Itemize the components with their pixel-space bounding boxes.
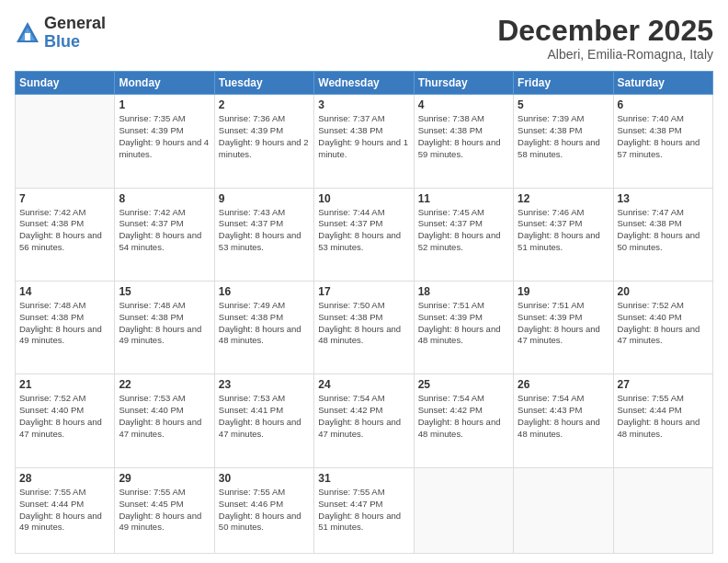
day-info: Sunrise: 7:54 AMSunset: 4:42 PMDaylight:… bbox=[418, 393, 509, 440]
calendar-cell: 28Sunrise: 7:55 AMSunset: 4:44 PMDayligh… bbox=[16, 467, 115, 553]
calendar-cell: 2Sunrise: 7:36 AMSunset: 4:39 PMDaylight… bbox=[214, 95, 313, 188]
calendar-cell: 13Sunrise: 7:47 AMSunset: 4:38 PMDayligh… bbox=[613, 188, 712, 281]
calendar-cell: 26Sunrise: 7:54 AMSunset: 4:43 PMDayligh… bbox=[514, 374, 613, 467]
svg-rect-2 bbox=[25, 33, 30, 40]
day-info: Sunrise: 7:43 AMSunset: 4:37 PMDaylight:… bbox=[219, 207, 310, 254]
day-info: Sunrise: 7:42 AMSunset: 4:37 PMDaylight:… bbox=[119, 207, 210, 254]
logo-general: General bbox=[44, 15, 106, 33]
location-subtitle: Alberi, Emilia-Romagna, Italy bbox=[497, 47, 713, 62]
day-info: Sunrise: 7:52 AMSunset: 4:40 PMDaylight:… bbox=[618, 300, 709, 347]
calendar-cell: 18Sunrise: 7:51 AMSunset: 4:39 PMDayligh… bbox=[414, 282, 513, 374]
logo-text: General Blue bbox=[44, 15, 106, 52]
day-info: Sunrise: 7:55 AMSunset: 4:44 PMDaylight:… bbox=[19, 487, 110, 534]
day-info: Sunrise: 7:50 AMSunset: 4:38 PMDaylight:… bbox=[318, 300, 409, 347]
calendar-cell bbox=[414, 467, 513, 553]
calendar-cell: 16Sunrise: 7:49 AMSunset: 4:38 PMDayligh… bbox=[214, 282, 313, 374]
calendar-cell: 17Sunrise: 7:50 AMSunset: 4:38 PMDayligh… bbox=[314, 282, 414, 374]
logo: General Blue bbox=[15, 15, 106, 52]
day-number: 16 bbox=[219, 285, 310, 298]
day-number: 2 bbox=[219, 98, 310, 111]
calendar-cell: 3Sunrise: 7:37 AMSunset: 4:38 PMDaylight… bbox=[314, 95, 414, 188]
day-info: Sunrise: 7:54 AMSunset: 4:43 PMDaylight:… bbox=[518, 393, 609, 440]
calendar-week-1: 1Sunrise: 7:35 AMSunset: 4:39 PMDaylight… bbox=[16, 95, 713, 188]
day-number: 7 bbox=[19, 192, 110, 205]
calendar-cell: 8Sunrise: 7:42 AMSunset: 4:37 PMDaylight… bbox=[115, 188, 214, 281]
calendar-cell: 22Sunrise: 7:53 AMSunset: 4:40 PMDayligh… bbox=[115, 374, 214, 467]
day-number: 11 bbox=[418, 192, 509, 205]
day-number: 18 bbox=[418, 285, 509, 298]
calendar-cell: 24Sunrise: 7:54 AMSunset: 4:42 PMDayligh… bbox=[314, 374, 414, 467]
calendar-week-5: 28Sunrise: 7:55 AMSunset: 4:44 PMDayligh… bbox=[16, 467, 713, 553]
weekday-header-sunday: Sunday bbox=[16, 72, 115, 95]
calendar-cell: 9Sunrise: 7:43 AMSunset: 4:37 PMDaylight… bbox=[214, 188, 313, 281]
weekday-header-thursday: Thursday bbox=[414, 72, 513, 95]
calendar-cell: 25Sunrise: 7:54 AMSunset: 4:42 PMDayligh… bbox=[414, 374, 513, 467]
calendar-cell: 6Sunrise: 7:40 AMSunset: 4:38 PMDaylight… bbox=[613, 95, 712, 188]
day-info: Sunrise: 7:40 AMSunset: 4:38 PMDaylight:… bbox=[618, 113, 709, 160]
weekday-header-tuesday: Tuesday bbox=[214, 72, 313, 95]
weekday-header-monday: Monday bbox=[115, 72, 214, 95]
day-info: Sunrise: 7:51 AMSunset: 4:39 PMDaylight:… bbox=[418, 300, 509, 347]
title-section: December 2025 Alberi, Emilia-Romagna, It… bbox=[497, 15, 713, 62]
day-number: 20 bbox=[618, 285, 709, 298]
day-info: Sunrise: 7:51 AMSunset: 4:39 PMDaylight:… bbox=[518, 300, 609, 347]
day-info: Sunrise: 7:52 AMSunset: 4:40 PMDaylight:… bbox=[19, 393, 110, 440]
calendar-table: SundayMondayTuesdayWednesdayThursdayFrid… bbox=[15, 71, 713, 554]
day-number: 24 bbox=[318, 378, 409, 391]
day-info: Sunrise: 7:53 AMSunset: 4:41 PMDaylight:… bbox=[219, 393, 310, 440]
day-number: 5 bbox=[518, 98, 609, 111]
weekday-header-row: SundayMondayTuesdayWednesdayThursdayFrid… bbox=[16, 72, 713, 95]
calendar-cell: 14Sunrise: 7:48 AMSunset: 4:38 PMDayligh… bbox=[16, 282, 115, 374]
day-info: Sunrise: 7:47 AMSunset: 4:38 PMDaylight:… bbox=[618, 207, 709, 254]
calendar-cell: 10Sunrise: 7:44 AMSunset: 4:37 PMDayligh… bbox=[314, 188, 414, 281]
day-number: 1 bbox=[119, 98, 210, 111]
calendar-week-3: 14Sunrise: 7:48 AMSunset: 4:38 PMDayligh… bbox=[16, 282, 713, 374]
day-number: 23 bbox=[219, 378, 310, 391]
day-info: Sunrise: 7:38 AMSunset: 4:38 PMDaylight:… bbox=[418, 113, 509, 160]
logo-blue: Blue bbox=[44, 33, 106, 52]
day-info: Sunrise: 7:46 AMSunset: 4:37 PMDaylight:… bbox=[518, 207, 609, 254]
calendar-cell: 7Sunrise: 7:42 AMSunset: 4:38 PMDaylight… bbox=[16, 188, 115, 281]
day-info: Sunrise: 7:49 AMSunset: 4:38 PMDaylight:… bbox=[219, 300, 310, 347]
day-number: 14 bbox=[19, 285, 110, 298]
day-info: Sunrise: 7:35 AMSunset: 4:39 PMDaylight:… bbox=[119, 113, 210, 160]
calendar-week-4: 21Sunrise: 7:52 AMSunset: 4:40 PMDayligh… bbox=[16, 374, 713, 467]
day-number: 29 bbox=[119, 472, 210, 485]
day-number: 4 bbox=[418, 98, 509, 111]
day-info: Sunrise: 7:37 AMSunset: 4:38 PMDaylight:… bbox=[318, 113, 409, 160]
calendar-cell: 19Sunrise: 7:51 AMSunset: 4:39 PMDayligh… bbox=[514, 282, 613, 374]
day-number: 22 bbox=[119, 378, 210, 391]
day-number: 31 bbox=[318, 472, 409, 485]
calendar-cell: 11Sunrise: 7:45 AMSunset: 4:37 PMDayligh… bbox=[414, 188, 513, 281]
day-number: 28 bbox=[19, 472, 110, 485]
calendar-cell bbox=[514, 467, 613, 553]
day-number: 6 bbox=[618, 98, 709, 111]
calendar-cell: 30Sunrise: 7:55 AMSunset: 4:46 PMDayligh… bbox=[214, 467, 313, 553]
day-number: 19 bbox=[518, 285, 609, 298]
weekday-header-saturday: Saturday bbox=[613, 72, 712, 95]
calendar-cell: 31Sunrise: 7:55 AMSunset: 4:47 PMDayligh… bbox=[314, 467, 414, 553]
calendar-cell: 5Sunrise: 7:39 AMSunset: 4:38 PMDaylight… bbox=[514, 95, 613, 188]
calendar-cell: 20Sunrise: 7:52 AMSunset: 4:40 PMDayligh… bbox=[613, 282, 712, 374]
day-info: Sunrise: 7:48 AMSunset: 4:38 PMDaylight:… bbox=[119, 300, 210, 347]
day-info: Sunrise: 7:48 AMSunset: 4:38 PMDaylight:… bbox=[19, 300, 110, 347]
day-info: Sunrise: 7:53 AMSunset: 4:40 PMDaylight:… bbox=[119, 393, 210, 440]
calendar-week-2: 7Sunrise: 7:42 AMSunset: 4:38 PMDaylight… bbox=[16, 188, 713, 281]
logo-icon bbox=[15, 20, 40, 46]
day-info: Sunrise: 7:55 AMSunset: 4:44 PMDaylight:… bbox=[618, 393, 709, 440]
day-number: 10 bbox=[318, 192, 409, 205]
day-number: 15 bbox=[119, 285, 210, 298]
day-info: Sunrise: 7:39 AMSunset: 4:38 PMDaylight:… bbox=[518, 113, 609, 160]
weekday-header-friday: Friday bbox=[514, 72, 613, 95]
day-info: Sunrise: 7:44 AMSunset: 4:37 PMDaylight:… bbox=[318, 207, 409, 254]
day-number: 30 bbox=[219, 472, 310, 485]
day-number: 17 bbox=[318, 285, 409, 298]
page: General Blue December 2025 Alberi, Emili… bbox=[0, 0, 728, 563]
day-info: Sunrise: 7:45 AMSunset: 4:37 PMDaylight:… bbox=[418, 207, 509, 254]
day-number: 13 bbox=[618, 192, 709, 205]
calendar-cell: 27Sunrise: 7:55 AMSunset: 4:44 PMDayligh… bbox=[613, 374, 712, 467]
calendar-cell: 4Sunrise: 7:38 AMSunset: 4:38 PMDaylight… bbox=[414, 95, 513, 188]
calendar-cell bbox=[613, 467, 712, 553]
calendar-cell: 23Sunrise: 7:53 AMSunset: 4:41 PMDayligh… bbox=[214, 374, 313, 467]
day-info: Sunrise: 7:55 AMSunset: 4:45 PMDaylight:… bbox=[119, 487, 210, 534]
